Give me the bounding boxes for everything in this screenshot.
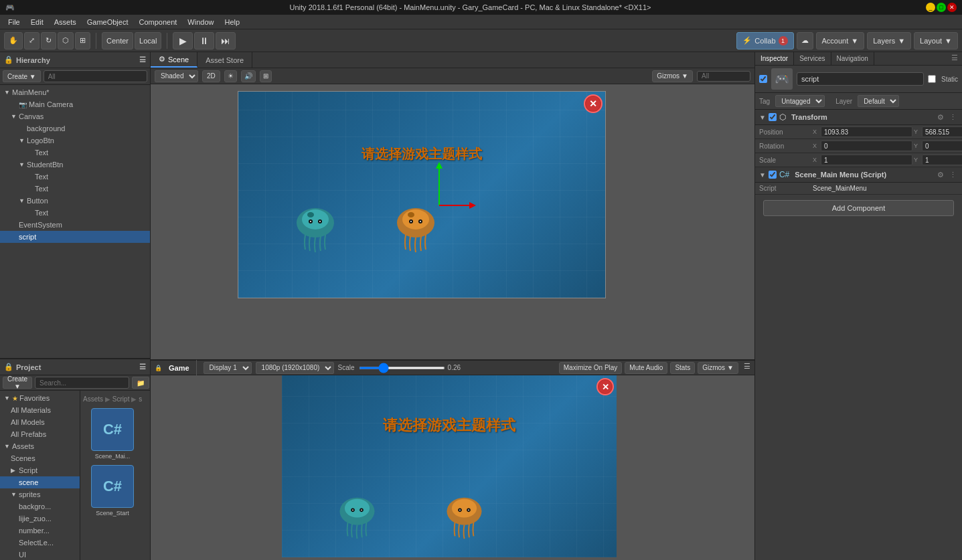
- game-gizmos-button[interactable]: Gizmos ▼: [698, 362, 738, 374]
- tree-scenes[interactable]: Scenes: [0, 452, 80, 464]
- menu-edit[interactable]: Edit: [25, 17, 49, 27]
- 2d-button[interactable]: 2D: [202, 70, 220, 82]
- tree-sprites[interactable]: ▼ sprites: [0, 488, 80, 500]
- tag-select[interactable]: Untagged: [775, 95, 825, 107]
- add-component-button[interactable]: Add Component: [763, 200, 954, 216]
- menu-assets[interactable]: Assets: [49, 17, 82, 27]
- move-tool[interactable]: ⤢: [24, 32, 39, 50]
- tab-navigation[interactable]: Navigation: [831, 52, 874, 65]
- play-button[interactable]: ▶: [173, 32, 193, 50]
- layout-button[interactable]: Layout ▼: [914, 32, 958, 50]
- transform-overflow-btn[interactable]: ⋮: [948, 113, 958, 122]
- step-button[interactable]: ⏭: [216, 32, 236, 50]
- tab-assetstore[interactable]: Asset Store: [197, 52, 252, 68]
- tree-script[interactable]: ▶ Script: [0, 464, 80, 476]
- rect-tool[interactable]: ⊞: [75, 32, 90, 50]
- tree-number[interactable]: number...: [0, 525, 80, 537]
- hierarchy-menu-icon[interactable]: ☰: [139, 56, 146, 64]
- tree-item-mainmenu[interactable]: ▼ MainMenu*: [0, 86, 150, 98]
- script-overflow-btn[interactable]: ⋮: [948, 171, 958, 179]
- tree-scene-subfolder[interactable]: scene: [0, 476, 80, 488]
- pause-button[interactable]: ⏸: [194, 32, 214, 50]
- transform-settings-btn[interactable]: ⚙: [936, 113, 945, 122]
- game-resolution-select[interactable]: 1080p (1920x1080): [256, 362, 334, 374]
- minimize-button[interactable]: _: [926, 3, 935, 12]
- transform-active-checkbox[interactable]: [769, 113, 777, 121]
- menu-window[interactable]: Window: [182, 17, 219, 27]
- stats-button[interactable]: Stats: [670, 362, 695, 374]
- game-scale-slider[interactable]: [359, 367, 445, 369]
- shading-mode-select[interactable]: Shaded: [155, 70, 198, 82]
- tree-item-logobtn[interactable]: ▼ LogoBtn: [0, 134, 150, 147]
- script-settings-btn[interactable]: ⚙: [936, 171, 945, 179]
- tab-services[interactable]: Services: [794, 52, 831, 65]
- scale-tool[interactable]: ⬡: [58, 32, 74, 50]
- tree-item-maincamera[interactable]: 📷 Main Camera: [0, 98, 150, 110]
- pos-y-input[interactable]: [922, 126, 962, 137]
- scale-x-input[interactable]: [821, 155, 912, 165]
- gizmos-button[interactable]: Gizmos ▼: [652, 70, 693, 82]
- game-display-select[interactable]: Display 1: [204, 362, 252, 374]
- rot-y-input[interactable]: [922, 141, 962, 151]
- scale-y-input[interactable]: [922, 155, 962, 165]
- script-component-header[interactable]: ▼ C# Scene_Main Menu (Script) ⚙ ⋮: [755, 167, 962, 183]
- tree-item-script[interactable]: script: [0, 231, 150, 243]
- pos-x-input[interactable]: [821, 126, 912, 137]
- cloud-button[interactable]: ☁: [797, 32, 813, 50]
- hierarchy-search-input[interactable]: [44, 70, 147, 82]
- close-game-btn[interactable]: ✕: [596, 378, 614, 395]
- menu-file[interactable]: File: [3, 17, 25, 27]
- tree-favorites[interactable]: ▼ ★ Favorites: [0, 392, 80, 404]
- mute-audio-button[interactable]: Mute Audio: [625, 362, 667, 374]
- tree-item-text1[interactable]: Text: [0, 147, 150, 159]
- effects-button[interactable]: ⊞: [260, 70, 272, 82]
- tree-ui[interactable]: UI: [0, 549, 80, 560]
- menu-gameobject[interactable]: GameObject: [82, 17, 134, 27]
- object-active-checkbox[interactable]: [759, 75, 767, 83]
- transform-component-header[interactable]: ▼ ⬡ Transform ⚙ ⋮: [755, 110, 962, 125]
- script-active-checkbox[interactable]: [769, 171, 777, 179]
- tree-all-models[interactable]: All Models: [0, 416, 80, 428]
- audio-button[interactable]: 🔊: [241, 70, 256, 82]
- rot-x-input[interactable]: [821, 141, 912, 151]
- tree-lijie[interactable]: lijie_zuo...: [0, 512, 80, 525]
- tree-item-text4[interactable]: Text: [0, 207, 150, 219]
- tab-inspector[interactable]: Inspector: [755, 52, 794, 65]
- maximize-on-play-button[interactable]: Maximize On Play: [559, 362, 623, 374]
- object-name-input[interactable]: [797, 72, 924, 86]
- tree-item-studentbtn[interactable]: ▼ StudentBtn: [0, 159, 150, 171]
- menu-component[interactable]: Component: [133, 17, 182, 27]
- scene-search-input[interactable]: [697, 71, 750, 82]
- tree-item-button[interactable]: ▼ Button: [0, 195, 150, 207]
- maximize-button[interactable]: □: [937, 3, 946, 12]
- tab-scene[interactable]: ⚙ Scene: [151, 52, 197, 68]
- project-file-scenestart[interactable]: C# Scene_Start: [86, 465, 139, 517]
- tree-item-eventsystem[interactable]: EventSystem: [0, 219, 150, 231]
- game-panel-menu[interactable]: ☰: [744, 362, 750, 374]
- project-search-folder[interactable]: 📁: [132, 377, 149, 389]
- hand-tool[interactable]: ✋: [4, 32, 23, 50]
- rotate-tool[interactable]: ↻: [41, 32, 56, 50]
- tree-backgro[interactable]: backgro...: [0, 500, 80, 512]
- project-file-scenemain[interactable]: C# Scene_Mai...: [86, 408, 139, 460]
- project-search-input[interactable]: [35, 377, 129, 389]
- tree-item-text2[interactable]: Text: [0, 171, 150, 183]
- local-button[interactable]: Local: [135, 32, 161, 50]
- project-menu-icon[interactable]: ☰: [139, 363, 146, 371]
- collab-button[interactable]: ⚡ Collab 1: [736, 32, 793, 50]
- tree-item-text3[interactable]: Text: [0, 183, 150, 195]
- layer-select[interactable]: Default: [858, 95, 899, 107]
- layers-button[interactable]: Layers ▼: [867, 32, 911, 50]
- tree-selectle[interactable]: SelectLe...: [0, 537, 80, 549]
- project-create-button[interactable]: Create ▼: [3, 377, 32, 389]
- menu-help[interactable]: Help: [219, 17, 245, 27]
- hierarchy-create-button[interactable]: Create ▼: [3, 70, 41, 82]
- inspector-menu-icon[interactable]: ☰: [947, 52, 962, 65]
- tree-all-prefabs[interactable]: All Prefabs: [0, 428, 80, 440]
- tree-all-materials[interactable]: All Materials: [0, 404, 80, 416]
- tree-assets-root[interactable]: ▼ Assets: [0, 440, 80, 452]
- lighting-button[interactable]: ☀: [224, 70, 237, 82]
- close-scene-btn[interactable]: ✕: [584, 94, 603, 113]
- tree-item-background[interactable]: background: [0, 122, 150, 134]
- center-button[interactable]: Center: [102, 32, 133, 50]
